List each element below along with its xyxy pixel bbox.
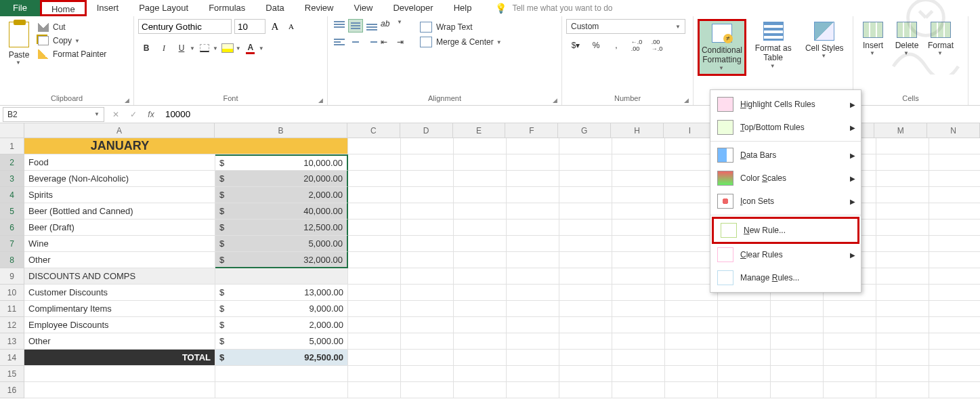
align-center-button[interactable]	[348, 35, 363, 49]
percent-button[interactable]: %	[587, 38, 605, 53]
increase-decimal-button[interactable]: ←.0.00	[627, 38, 646, 53]
cut-button[interactable]: Cut	[37, 22, 108, 33]
cell[interactable]: Customer Discounts	[24, 285, 215, 301]
cell[interactable]: $40,000.00	[215, 203, 348, 220]
cell[interactable]	[718, 382, 771, 398]
row-header-2[interactable]: 2	[0, 154, 24, 171]
tab-data[interactable]: Data	[255, 0, 294, 16]
cell[interactable]	[665, 366, 718, 382]
row-header-16[interactable]: 16	[0, 382, 24, 398]
dialog-launcher-icon[interactable]: ◢	[684, 97, 689, 104]
paste-button[interactable]: Paste ▼	[4, 19, 34, 68]
cell[interactable]	[929, 154, 980, 171]
cell[interactable]	[215, 366, 348, 382]
cell[interactable]	[876, 187, 929, 203]
row-header-5[interactable]: 5	[0, 203, 24, 220]
cell[interactable]	[454, 171, 507, 187]
cell[interactable]	[559, 301, 612, 317]
border-button[interactable]	[196, 41, 213, 56]
col-header-H[interactable]: H	[611, 123, 664, 138]
cell[interactable]	[454, 366, 507, 382]
enter-formula-button[interactable]: ✓	[125, 107, 142, 122]
font-size-input[interactable]	[234, 19, 265, 34]
underline-button[interactable]: U	[173, 41, 190, 56]
cell[interactable]	[348, 333, 401, 350]
cell[interactable]	[876, 333, 929, 350]
cell[interactable]	[718, 366, 771, 382]
cell[interactable]	[612, 333, 665, 350]
tab-help[interactable]: Help	[444, 0, 482, 16]
row-header-4[interactable]: 4	[0, 187, 24, 203]
cell[interactable]: $12,500.00	[215, 220, 348, 236]
cell[interactable]	[665, 317, 718, 333]
cell[interactable]: $20,000.00	[215, 171, 348, 187]
tab-formulas[interactable]: Formulas	[198, 0, 255, 16]
cell[interactable]	[824, 317, 876, 333]
cell[interactable]	[507, 382, 559, 398]
chevron-down-icon[interactable]: ▼	[397, 19, 402, 33]
cell[interactable]	[612, 220, 665, 236]
col-header-I[interactable]: I	[664, 123, 717, 138]
dialog-launcher-icon[interactable]: ◢	[125, 97, 129, 104]
copy-button[interactable]: Copy▼	[37, 35, 108, 46]
row-header-1[interactable]: 1	[0, 138, 24, 154]
cell[interactable]	[665, 333, 718, 350]
cell[interactable]	[612, 350, 665, 366]
cell[interactable]	[824, 333, 876, 350]
cell[interactable]	[612, 236, 665, 252]
chevron-down-icon[interactable]: ▼	[236, 45, 241, 51]
cell[interactable]: Other	[24, 333, 215, 350]
cell[interactable]	[454, 252, 507, 268]
cell[interactable]	[507, 252, 559, 268]
cell[interactable]	[559, 382, 612, 398]
cell[interactable]: Food	[24, 154, 215, 171]
cell[interactable]	[824, 350, 876, 366]
cell[interactable]	[401, 366, 454, 382]
cell[interactable]	[559, 268, 612, 285]
cell[interactable]: $13,000.00	[215, 285, 348, 301]
cell[interactable]	[401, 382, 454, 398]
cell[interactable]	[771, 317, 824, 333]
cell[interactable]	[876, 317, 929, 333]
cell[interactable]	[559, 220, 612, 236]
cell[interactable]	[929, 171, 980, 187]
cell[interactable]	[348, 382, 401, 398]
cell[interactable]	[929, 285, 980, 301]
col-header-A[interactable]: A	[24, 123, 215, 138]
tab-home[interactable]: Home	[40, 0, 87, 16]
bold-button[interactable]: B	[138, 41, 154, 56]
col-header-E[interactable]: E	[453, 123, 506, 138]
col-header-F[interactable]: F	[505, 123, 558, 138]
cell[interactable]	[559, 350, 612, 366]
cell[interactable]	[215, 268, 348, 285]
cell[interactable]	[876, 301, 929, 317]
cf-icon-sets[interactable]: Icon Sets▶	[710, 190, 861, 213]
cf-new-rule[interactable]: New Rule...	[712, 217, 859, 244]
cell[interactable]	[929, 317, 980, 333]
cell[interactable]	[718, 350, 771, 366]
tab-developer[interactable]: Developer	[383, 0, 443, 16]
font-name-input[interactable]	[138, 19, 232, 34]
orientation-button[interactable]: ab	[381, 19, 397, 33]
cell[interactable]	[771, 301, 824, 317]
cell[interactable]	[559, 138, 612, 154]
cell[interactable]: Wine	[24, 236, 215, 252]
comma-button[interactable]: ,	[607, 38, 626, 53]
shrink-font-button[interactable]: A	[284, 20, 298, 33]
cell[interactable]	[824, 301, 876, 317]
chevron-down-icon[interactable]: ▼	[190, 45, 195, 51]
cell[interactable]	[507, 317, 559, 333]
cell[interactable]	[559, 252, 612, 268]
cf-data-bars[interactable]: Data Bars▶	[710, 144, 861, 167]
cell[interactable]	[507, 301, 559, 317]
cell[interactable]	[929, 138, 980, 154]
align-left-button[interactable]	[332, 35, 347, 49]
delete-cells-button[interactable]: Delete▼	[891, 19, 922, 59]
cell[interactable]	[612, 252, 665, 268]
cell[interactable]: Beer (Draft)	[24, 220, 215, 236]
cell[interactable]	[348, 317, 401, 333]
increase-indent-button[interactable]: ⇥	[397, 35, 412, 49]
cell[interactable]	[507, 171, 559, 187]
cell[interactable]: Employee Discounts	[24, 317, 215, 333]
cell[interactable]	[348, 171, 401, 187]
